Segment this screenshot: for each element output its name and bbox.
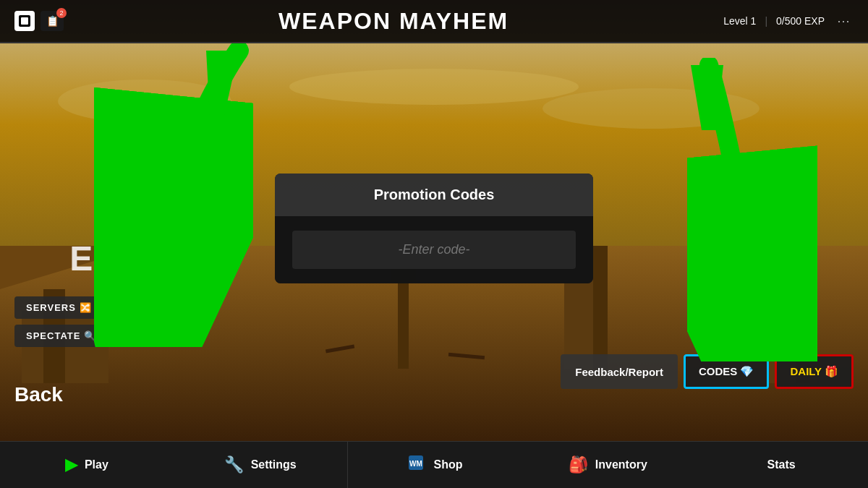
nav-inventory[interactable]: 🎒 Inventory: [521, 442, 694, 488]
inventory-icon: 🎒: [569, 455, 588, 474]
roblox-icon: [14, 11, 35, 31]
back-button[interactable]: Back: [14, 383, 63, 406]
right-buttons: Feedback/Report CODES 💎 DAILY 🎁: [561, 354, 854, 389]
settings-icon: 🔧: [224, 455, 244, 474]
notification-count: 2: [56, 8, 67, 18]
promo-modal-header: Promotion Codes: [275, 174, 593, 216]
daily-button[interactable]: DAILY 🎁: [775, 354, 854, 389]
play-label: Play: [85, 458, 109, 471]
settings-label: Settings: [251, 458, 297, 471]
inventory-label: Inventory: [595, 458, 647, 471]
play-icon: ▶: [65, 455, 77, 474]
shop-icon: WM: [406, 453, 426, 477]
shop-label: Shop: [433, 458, 462, 471]
center-text-left: Edit g: [69, 239, 174, 278]
promo-modal-body: [275, 216, 593, 283]
servers-button[interactable]: SERVERS 🔀: [14, 296, 108, 319]
notification-badge[interactable]: 📋 2: [41, 11, 64, 31]
bottom-nav: ▶ Play 🔧 Settings WM Shop 🎒 Inventory St…: [0, 441, 868, 488]
codes-button[interactable]: CODES 💎: [684, 354, 770, 389]
level-display: Level 1: [723, 15, 756, 27]
nav-play[interactable]: ▶ Play: [0, 442, 174, 488]
promo-code-input[interactable]: [292, 231, 576, 269]
more-options-icon[interactable]: ⋯: [833, 11, 854, 31]
svg-text:WM: WM: [410, 460, 423, 468]
header-right: Level 1 | 0/500 EXP ⋯: [723, 11, 854, 31]
exp-display: 0/500 EXP: [776, 15, 825, 27]
spectate-button[interactable]: SPECTATE 🔍: [14, 325, 108, 347]
header: 📋 2 WEAPON MAYHEM Level 1 | 0/500 EXP ⋯: [0, 0, 868, 43]
svg-rect-17: [21, 17, 28, 25]
feedback-button[interactable]: Feedback/Report: [561, 354, 678, 389]
nav-settings[interactable]: 🔧 Settings: [174, 442, 347, 488]
game-title: WEAPON MAYHEM: [278, 8, 509, 35]
nav-shop[interactable]: WM Shop: [347, 442, 522, 488]
promo-title: Promotion Codes: [292, 187, 576, 203]
promo-modal: Promotion Codes: [275, 174, 593, 283]
header-left: 📋 2: [14, 11, 64, 31]
sky-layer: [0, 43, 868, 188]
nav-stats[interactable]: Stats: [694, 442, 868, 488]
stats-label: Stats: [767, 458, 796, 471]
left-sidebar: SERVERS 🔀 SPECTATE 🔍: [14, 296, 108, 347]
center-text-right: gi: [765, 239, 799, 278]
